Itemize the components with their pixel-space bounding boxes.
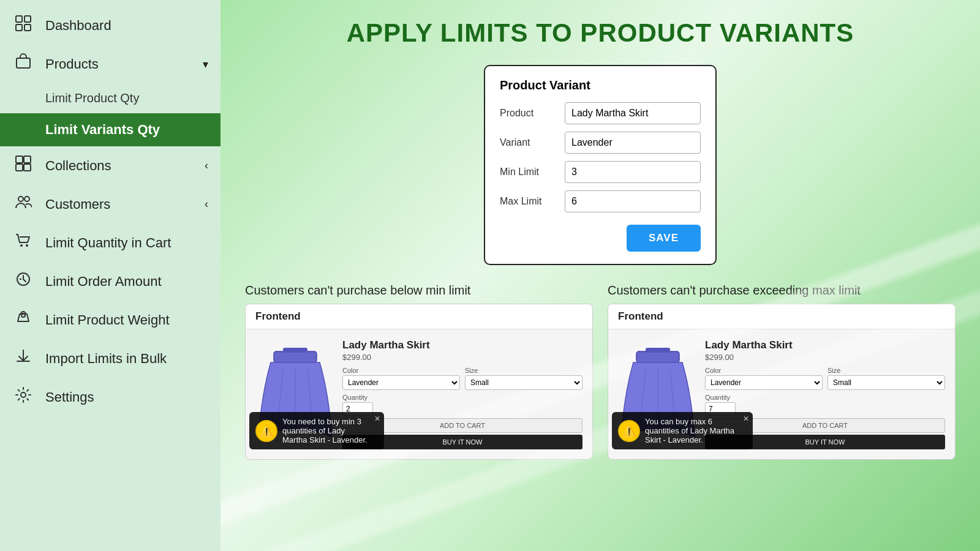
left-product-name: Lady Martha Skirt [342, 339, 582, 351]
sidebar-item-limit-product-weight[interactable]: Limit Product Weight [0, 301, 221, 339]
sidebar-item-limit-variants-qty[interactable]: Limit Variants Qty [0, 113, 221, 146]
max-limit-label: Max Limit [500, 196, 565, 207]
svg-rect-4 [17, 58, 30, 68]
svg-rect-19 [646, 348, 670, 353]
svg-point-10 [24, 197, 29, 201]
import-icon [12, 348, 34, 369]
sidebar-item-settings[interactable]: Settings [0, 378, 221, 416]
svg-rect-2 [16, 24, 22, 31]
left-warning-toast: ⚠️ You need to buy min 3 quantities of L… [249, 412, 384, 449]
sidebar-item-limit-product-weight-label: Limit Product Weight [45, 312, 208, 328]
sidebar-item-collections-label: Collections [45, 158, 194, 174]
left-qty-label: Quantity [342, 394, 582, 401]
right-product-price: $299.00 [705, 353, 945, 362]
svg-point-11 [20, 244, 23, 247]
right-product-name: Lady Martha Skirt [705, 339, 945, 351]
left-product-price: $299.00 [342, 353, 582, 362]
right-toast-text: You can buy max 6 quantities of Lady Mar… [645, 417, 738, 444]
right-preview-col: Customers can't purchase exceeding max l… [608, 283, 956, 460]
right-qty-label: Quantity [705, 394, 945, 401]
left-frontend-body: ⚠️ You need to buy min 3 quantities of L… [246, 329, 592, 459]
svg-rect-16 [274, 351, 317, 362]
right-toast-close[interactable]: ✕ [743, 414, 749, 423]
left-color-select[interactable]: Lavender [342, 375, 460, 390]
product-input[interactable] [565, 102, 701, 124]
sidebar-item-import-limits-label: Import Limits in Bulk [45, 351, 208, 367]
right-frontend-card: Frontend ⚠️ You can buy [608, 304, 956, 460]
svg-rect-7 [16, 164, 23, 171]
variant-label: Variant [500, 137, 565, 148]
right-color-select[interactable]: Lavender [705, 375, 823, 390]
left-color-label: Color [342, 367, 460, 374]
right-color-label: Color [705, 367, 823, 374]
left-skirt-image: ⚠️ You need to buy min 3 quantities of L… [255, 339, 335, 443]
left-frontend-header: Frontend [246, 304, 592, 329]
svg-point-15 [21, 392, 26, 397]
page-title: APPLY LIMITS TO PRODUCT VARIANTS [245, 18, 956, 48]
svg-rect-0 [16, 16, 22, 22]
collections-chevron-icon: ‹ [205, 159, 208, 172]
min-limit-row: Min Limit [500, 161, 701, 183]
sidebar-item-limit-qty-cart[interactable]: Limit Quantity in Cart [0, 223, 221, 262]
svg-rect-18 [636, 351, 679, 362]
dashboard-icon [12, 15, 34, 36]
sidebar-item-settings-label: Settings [45, 389, 208, 405]
sidebar: Dashboard Products ▾ Limit Product Qty L… [0, 0, 221, 551]
svg-rect-17 [283, 348, 307, 353]
customers-chevron-icon: ‹ [205, 198, 208, 211]
right-frontend-body: ⚠️ You can buy max 6 quantities of Lady … [608, 329, 955, 459]
left-toast-text: You need to buy min 3 quantities of Lady… [282, 417, 369, 444]
sidebar-item-dashboard-label: Dashboard [45, 18, 208, 34]
min-limit-label: Min Limit [500, 167, 565, 178]
svg-point-14 [21, 313, 25, 317]
sidebar-item-limit-product-qty[interactable]: Limit Product Qty [0, 83, 221, 113]
svg-rect-3 [24, 24, 31, 31]
svg-point-9 [18, 197, 23, 201]
products-chevron-icon: ▾ [203, 58, 208, 71]
settings-icon [12, 386, 34, 408]
svg-rect-8 [24, 164, 31, 171]
left-toast-close[interactable]: ✕ [374, 414, 380, 423]
sidebar-item-limit-qty-cart-label: Limit Quantity in Cart [45, 235, 208, 251]
preview-section: Customers can't purchase below min limit… [245, 283, 956, 460]
left-warning-icon: ⚠️ [255, 420, 277, 442]
left-frontend-card: Frontend [245, 304, 593, 460]
variant-form-title: Product Variant [500, 78, 701, 92]
sidebar-item-products[interactable]: Products ▾ [0, 45, 221, 83]
max-limit-row: Max Limit [500, 190, 701, 212]
cart-icon [12, 232, 34, 253]
right-skirt-image: ⚠️ You can buy max 6 quantities of Lady … [618, 339, 698, 443]
right-warning-toast: ⚠️ You can buy max 6 quantities of Lady … [612, 412, 753, 449]
sidebar-item-import-limits[interactable]: Import Limits in Bulk [0, 339, 221, 378]
right-size-select[interactable]: Small [827, 375, 945, 390]
left-size-select[interactable]: Small [465, 375, 582, 390]
left-size-label: Size [465, 367, 582, 374]
svg-point-12 [26, 244, 28, 247]
right-caption: Customers can't purchase exceeding max l… [608, 283, 956, 298]
product-label: Product [500, 108, 565, 119]
min-limit-input[interactable] [565, 161, 701, 183]
collections-icon [12, 155, 34, 176]
sidebar-item-limit-order-amount-label: Limit Order Amount [45, 274, 208, 290]
sidebar-item-customers[interactable]: Customers ‹ [0, 185, 221, 223]
sidebar-item-collections[interactable]: Collections ‹ [0, 146, 221, 185]
sidebar-item-products-label: Products [45, 56, 192, 72]
sidebar-item-limit-product-qty-label: Limit Product Qty [45, 91, 139, 105]
save-button[interactable]: SAVE [627, 225, 701, 252]
sidebar-item-dashboard[interactable]: Dashboard [0, 6, 221, 45]
svg-rect-1 [24, 16, 31, 22]
variant-form-card: Product Variant Product Variant Min Limi… [484, 65, 717, 265]
variant-input[interactable] [565, 132, 701, 154]
product-row: Product [500, 102, 701, 124]
svg-rect-5 [16, 156, 23, 163]
weight-icon [12, 309, 34, 331]
right-size-label: Size [827, 367, 945, 374]
right-frontend-header: Frontend [608, 304, 955, 329]
max-limit-input[interactable] [565, 190, 701, 212]
right-warning-icon: ⚠️ [618, 420, 640, 442]
sidebar-item-customers-label: Customers [45, 197, 194, 212]
customers-icon [12, 193, 34, 215]
order-amount-icon [12, 271, 34, 292]
sidebar-item-limit-order-amount[interactable]: Limit Order Amount [0, 262, 221, 301]
svg-rect-6 [24, 156, 31, 163]
